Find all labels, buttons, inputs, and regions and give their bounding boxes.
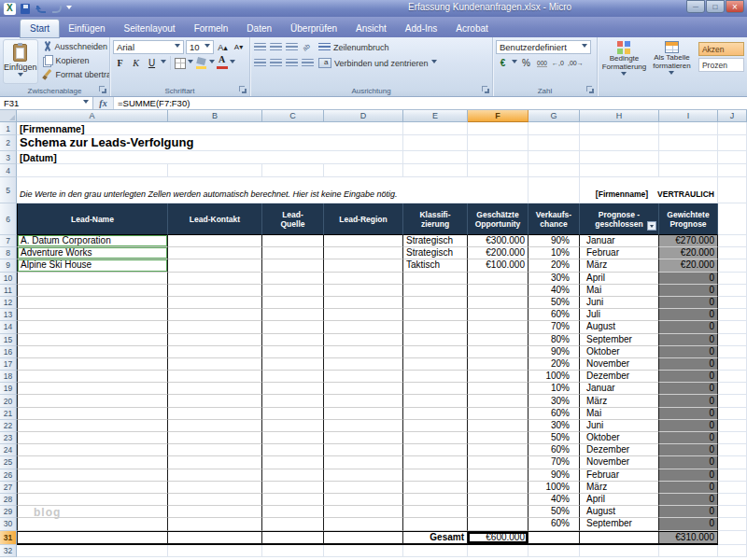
cell[interactable] — [718, 334, 747, 346]
cell-gewichtete-prognose[interactable]: 0 — [659, 371, 718, 383]
cell[interactable] — [718, 506, 747, 518]
cell-prognose-monat[interactable]: März — [580, 395, 659, 407]
cell-verkaufschance[interactable]: 70% — [529, 456, 580, 469]
cell-prognose-monat[interactable]: August — [580, 506, 659, 518]
row-header-2[interactable]: 2 — [0, 135, 17, 151]
cell-opportunity[interactable] — [468, 285, 529, 297]
row-header-9[interactable]: 9 — [0, 259, 17, 272]
cell[interactable] — [403, 151, 468, 164]
italic-button[interactable]: K — [129, 56, 143, 70]
cell-verkaufschance[interactable]: 10% — [529, 247, 580, 259]
cell-gewichtete-prognose[interactable]: 0 — [659, 395, 718, 407]
cell-lead-region[interactable] — [324, 358, 403, 371]
cell-gewichtete-prognose[interactable]: 0 — [659, 444, 718, 456]
cell-gewichtete-prognose[interactable]: 0 — [659, 273, 718, 285]
chevron-down-icon[interactable] — [161, 60, 166, 66]
dialog-launcher-icon[interactable] — [482, 86, 490, 94]
row-header-11[interactable]: 11 — [0, 285, 17, 297]
tab-überprüfen[interactable]: Überprüfen — [281, 20, 346, 37]
table-header-5[interactable]: Geschätzte Opportunity — [468, 203, 529, 235]
cell[interactable] — [718, 177, 747, 203]
cell-lead-name[interactable]: A. Datum Corporation — [17, 235, 168, 247]
cell-gewichtete-prognose[interactable]: €270.000 — [659, 235, 718, 247]
cell-opportunity[interactable] — [468, 444, 529, 456]
cell[interactable] — [718, 346, 747, 358]
cell-lead-name[interactable] — [17, 297, 168, 309]
cell-lead-region[interactable] — [324, 408, 403, 420]
cell-prognose-monat[interactable]: Januar — [580, 383, 659, 395]
cell-lead-kontakt[interactable] — [168, 334, 262, 346]
cell-lead-quelle[interactable] — [262, 456, 324, 469]
cell-lead-kontakt[interactable] — [168, 358, 262, 371]
cell-opportunity[interactable] — [468, 494, 529, 506]
cell-lead-kontakt[interactable] — [168, 259, 262, 272]
cell-klassifizierung[interactable] — [403, 297, 468, 309]
cell-klassifizierung[interactable] — [403, 518, 468, 530]
cell-lead-quelle[interactable] — [262, 297, 324, 309]
cell-gewichtete-prognose[interactable]: €20.000 — [659, 247, 718, 259]
cell[interactable] — [529, 151, 580, 164]
cell[interactable] — [580, 545, 659, 557]
cell[interactable] — [168, 545, 262, 557]
cell-opportunity[interactable] — [468, 456, 529, 469]
cell-lead-kontakt[interactable] — [168, 297, 262, 309]
row-header-8[interactable]: 8 — [0, 247, 17, 259]
shrink-font-button[interactable] — [232, 40, 246, 54]
cell-style-prozent[interactable]: Prozen — [698, 58, 744, 72]
cell-verkaufschance[interactable]: 20% — [529, 358, 580, 371]
cell-verkaufschance[interactable]: 100% — [529, 482, 580, 494]
cell-lead-quelle[interactable] — [262, 518, 324, 530]
table-header-0[interactable]: Lead-Name — [17, 203, 168, 235]
cell-lead-name[interactable] — [17, 456, 168, 469]
cell-lead-region[interactable] — [324, 321, 403, 333]
cell[interactable] — [17, 545, 168, 557]
cell-lead-region[interactable] — [324, 469, 403, 482]
cell[interactable] — [718, 469, 747, 482]
tab-acrobat[interactable]: Acrobat — [446, 20, 497, 37]
cell-opportunity[interactable] — [468, 321, 529, 333]
cell-gewichtete-prognose[interactable]: 0 — [659, 420, 718, 432]
cell-lead-name[interactable] — [17, 285, 168, 297]
cell[interactable] — [718, 432, 747, 444]
cell[interactable] — [262, 164, 324, 177]
cell-lead-quelle[interactable] — [262, 334, 324, 346]
cell[interactable] — [718, 383, 747, 395]
cell-opportunity[interactable] — [468, 469, 529, 482]
cell-lead-kontakt[interactable] — [168, 494, 262, 506]
cell-lead-kontakt[interactable] — [168, 309, 262, 321]
cell-lead-region[interactable] — [324, 432, 403, 444]
cell-prognose-monat[interactable]: Januar — [580, 235, 659, 247]
cell[interactable] — [580, 531, 659, 545]
cell-lead-name[interactable]: Adventure Works — [17, 247, 168, 259]
column-header-G[interactable]: G — [529, 110, 580, 122]
cell[interactable] — [718, 122, 747, 135]
cell-prognose-monat[interactable]: Dezember — [580, 371, 659, 383]
conditional-formatting-button[interactable]: Bedingte Formatierung — [600, 39, 648, 84]
currency-format-button[interactable] — [496, 56, 510, 70]
cell-klassifizierung[interactable] — [403, 321, 468, 333]
select-all-corner[interactable] — [0, 110, 17, 122]
cell-verkaufschance[interactable]: 30% — [529, 273, 580, 285]
cell-lead-quelle[interactable] — [262, 494, 324, 506]
comma-format-button[interactable] — [535, 56, 549, 70]
dialog-launcher-icon[interactable] — [99, 86, 107, 94]
align-right-button[interactable] — [285, 56, 299, 70]
cell-opportunity[interactable]: €200.000 — [468, 247, 529, 259]
cell-verkaufschance[interactable]: 60% — [529, 408, 580, 420]
cell-opportunity[interactable] — [468, 420, 529, 432]
cell[interactable] — [529, 122, 580, 135]
cell-lead-name[interactable] — [17, 432, 168, 444]
cell[interactable] — [718, 151, 747, 164]
font-size-select[interactable]: 10 — [186, 40, 214, 54]
cell-lead-region[interactable] — [324, 444, 403, 456]
cell-lead-region[interactable] — [324, 346, 403, 358]
row-header-14[interactable]: 14 — [0, 321, 17, 333]
cell-prognose-monat[interactable]: Februar — [580, 469, 659, 482]
cell-lead-region[interactable] — [324, 259, 403, 272]
cell-verkaufschance[interactable]: 70% — [529, 321, 580, 333]
cell-opportunity[interactable] — [468, 482, 529, 494]
cell-lead-kontakt[interactable] — [168, 321, 262, 333]
table-header-4[interactable]: Klassifi- zierung — [403, 203, 468, 235]
cell-klassifizierung[interactable] — [403, 494, 468, 506]
cell-prognose-monat[interactable]: Juni — [580, 297, 659, 309]
